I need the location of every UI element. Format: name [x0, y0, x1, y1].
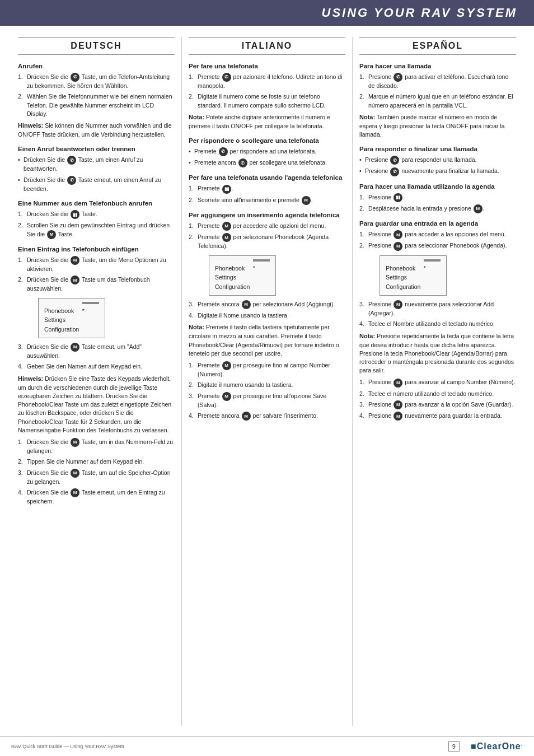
hinweis-2: Hinweis: Drücken Sie eine Taste des Keyp…	[18, 375, 175, 435]
pb-line2: Settings	[44, 315, 99, 325]
pb-line3: Configuration	[386, 282, 441, 292]
logo-text: ■	[471, 741, 477, 751]
list-item: Premete ancora M per selezionare Add (Ag…	[189, 300, 345, 309]
menu-icon: M	[71, 469, 79, 478]
section-rispondere: Per rispondere o scollegare una telefona…	[189, 137, 345, 144]
pb-topbar	[82, 302, 99, 304]
phone-icon: ✆	[67, 156, 76, 165]
section-anrufen: Anrufen	[18, 63, 175, 69]
list-item: Digitate il numero usando la tastiera.	[189, 381, 345, 389]
pb-line1: Phonebook *	[215, 264, 270, 273]
nota-esp-1: Nota: También puede marcar el número en …	[359, 113, 516, 139]
section-eintrag-ein: Einen Eintrag ins Telefonbuch einfügen	[18, 246, 175, 253]
pb-line1: Phonebook *	[44, 306, 99, 316]
list-item: Presione M nuevamente para seleccionar A…	[359, 300, 516, 318]
pb-topbar	[424, 259, 441, 262]
section-anruf-beant: Einen Anruf beantworten oder trennen	[18, 146, 175, 152]
list-item: Drücken Sie die M Taste erneut, um "Add"…	[18, 343, 175, 360]
section-aggiungere: Per aggiungere un inserimento agenda tel…	[189, 212, 345, 218]
list-item: Desplácese hacia la entrada y presione M…	[359, 204, 516, 213]
aggiungere-list: Premete M per accedere alle opzioni del …	[189, 222, 345, 320]
phone-icon: ✆	[222, 73, 231, 82]
list-item: Presione M nuevamente para guardar la en…	[359, 412, 516, 421]
anrufen-list: Drücken Sie die ✆ Taste, um die Telefon-…	[18, 73, 175, 118]
list-item: Teclee el número utilizando el teclado n…	[359, 390, 516, 398]
pb-line3: Configuration	[215, 282, 270, 292]
menu-icon: M	[47, 230, 56, 239]
menu-icon: M	[394, 300, 402, 309]
nota-esp-2: Nota: Presione repetidamente la tecla qu…	[359, 332, 516, 375]
list-item: Premete M per selezionare Phonebook (Age…	[189, 233, 345, 296]
list-item: Premete ✆ per azionare il telefono. Udir…	[189, 73, 345, 90]
list-item: Drücken Sie die ✆ Taste, um einen Anruf …	[18, 156, 175, 173]
list-item: Presione ✆ para responder una llamada.	[359, 156, 516, 165]
list-item: Premete ▮▮.	[189, 184, 345, 193]
menu-icon: ▮▮	[71, 210, 79, 219]
list-item: Scrollen Sie zu dem gewünschten Eintrag …	[18, 221, 175, 239]
menu-icon: M	[71, 438, 79, 447]
list-item: Drücken Sie die M Taste, um in das Numme…	[18, 438, 175, 455]
list-item: Presione M para acceder a las opciones d…	[359, 230, 516, 239]
list-item: Premete M per accedere alle opzioni del …	[189, 222, 345, 231]
rispondere-list: Premete ✆ per rispondere ad una telefona…	[189, 147, 345, 167]
list-item: Drücken Sie die ✆ Taste erneut, um einen…	[18, 176, 175, 193]
list-item: Scorrete sino all'inserimento e premete …	[189, 196, 345, 205]
list-item: Presione ✆ nuevamente para finalizar la …	[359, 167, 516, 176]
section-responder: Para responder o finalizar una llamada	[359, 146, 516, 152]
guardar-list-cont: Presione M para avanzar al campo Number …	[359, 378, 516, 421]
list-item: Geben Sie den Namen auf dem Keypad ein.	[18, 362, 175, 371]
list-item: Marque el número igual que en un teléfon…	[359, 92, 516, 109]
pb-line3: Configuration	[44, 325, 99, 334]
page-header: USING YOUR RAV SYSTEM	[0, 0, 534, 26]
section-nummer-aus: Eine Nummer aus dem Telefonbuch anrufen	[18, 200, 175, 207]
logo-trademark: .	[521, 742, 523, 747]
list-item: Presione M para avanzar a la opción Save…	[359, 400, 516, 409]
menu-icon: M	[222, 392, 231, 401]
menu-icon: M	[71, 343, 79, 352]
pb-line1: Phonebook *	[386, 264, 441, 273]
phonebook-box-2: Phonebook * Settings Configuration	[209, 255, 276, 296]
hacer-list: Presione ✆ para activar el teléfono. Esc…	[359, 73, 516, 110]
menu-icon: M	[222, 222, 231, 231]
menu-icon: M	[394, 400, 402, 409]
logo-name: ClearOne	[477, 741, 521, 751]
list-item: Presione ▮▮.	[359, 193, 516, 202]
section-llamada-agenda: Para hacer una llamada utilizando la age…	[359, 183, 516, 190]
footer-guide-text: RAV Quick Start Guide — Using Your RAV S…	[11, 744, 124, 749]
nummer-list: Drücken Sie die ▮▮ Taste. Scrollen Sie z…	[18, 210, 175, 239]
list-item: Digitate il numero come se foste su un t…	[189, 92, 345, 109]
column-italiano: ITALIANO Per fare una telefonata Premete…	[182, 37, 353, 726]
column-deutsch: DEUTSCH Anrufen Drücken Sie die ✆ Taste,…	[11, 37, 182, 726]
list-item: Premete M per proseguire fino al campo N…	[189, 361, 345, 379]
pb-topbar	[253, 259, 270, 262]
llamada-agenda-list: Presione ▮▮. Desplácese hacia la entrada…	[359, 193, 516, 213]
menu-icon: ▮▮	[222, 185, 231, 194]
fare-list: Premete ✆ per azionare il telefono. Udir…	[189, 73, 345, 110]
menu-icon: M	[71, 488, 79, 497]
column-title-deutsch: DEUTSCH	[18, 37, 175, 55]
menu-icon: M	[394, 412, 402, 421]
section-hacer-llamada: Para hacer una llamada	[359, 63, 516, 69]
menu-icon: M	[242, 300, 251, 309]
list-item: Digitate il Nome usando la tastiera.	[189, 311, 345, 320]
phone-icon: ✆	[71, 73, 79, 82]
page-footer: RAV Quick Start Guide — Using Your RAV S…	[0, 736, 534, 756]
menu-icon: M	[474, 204, 483, 213]
menu-icon: M	[71, 276, 79, 284]
menu-icon: M	[394, 230, 402, 239]
list-item: Presione M para avanzar al campo Number …	[359, 378, 516, 387]
list-item: Drücken Sie die M Taste um das Telefonbu…	[18, 276, 175, 338]
phone-icon: ✆	[219, 147, 228, 156]
phonebook-box-3: Phonebook * Settings Configuration	[380, 255, 447, 296]
page-number: 9	[448, 741, 460, 752]
hinweis-1: Hinweis: Sie können die Nummer auch vorw…	[18, 122, 175, 139]
menu-icon: ▮▮	[394, 193, 402, 202]
list-item: Drücken Sie die ▮▮ Taste.	[18, 210, 175, 219]
column-title-italiano: ITALIANO	[189, 37, 345, 55]
phone-icon: ✆	[390, 167, 399, 176]
pb-line2: Settings	[386, 273, 441, 282]
menu-icon: M	[222, 361, 231, 370]
list-item: Premete ✆ per rispondere ad una telefona…	[189, 147, 345, 156]
eintrag-list: Drücken Sie die M Taste, um die Menu Opt…	[18, 256, 175, 371]
list-item: Presione ✆ para activar el teléfono. Esc…	[359, 73, 516, 90]
